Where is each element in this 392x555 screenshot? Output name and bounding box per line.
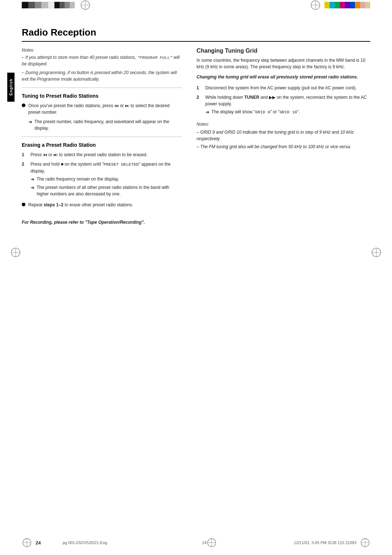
page-title: Radio Reception <box>22 23 370 38</box>
tuning-section: Tuning to Preset Radio Stations Once you… <box>22 93 182 131</box>
notes-label-right: Notes: <box>197 121 370 127</box>
bottom-right-info: 12/11/01, 5:05 PM 3139 115 21093 <box>217 540 356 545</box>
color-strip-right <box>324 2 370 8</box>
color-block <box>340 2 345 8</box>
right-column: Changing Tuning Grid In some countries, … <box>197 48 370 226</box>
tuning-arrow-1-text: The preset number, radio frequency, and … <box>34 118 182 131</box>
color-strip-left <box>22 2 75 8</box>
arrow-icon: ➜ <box>30 184 34 191</box>
crosshair-icon <box>310 0 321 11</box>
page-container: Radio Reception Notes: – If you attempt … <box>0 16 392 240</box>
erasing-step-2: 2 Press and hold ■ on the system until "… <box>22 161 182 199</box>
changing-note-2: – The FM tuning grid also will be change… <box>197 143 370 150</box>
changing-tuning-warning: Changing the tuning grid will erase all … <box>197 74 370 80</box>
color-block <box>41 2 48 8</box>
tuning-arrow-1: ➜ The preset number, radio frequency, an… <box>28 118 182 131</box>
recording-note-text: For Recording, please refer to "Tape Ope… <box>22 220 145 225</box>
notes-label: Notes: <box>22 48 182 53</box>
page-number: 24 <box>36 540 41 546</box>
section-divider <box>22 88 182 88</box>
color-block <box>60 2 65 8</box>
note2-text: – During programming, if no button is pr… <box>22 69 182 82</box>
section-divider-2 <box>22 137 182 137</box>
erasing-arrow-1: ➜ The radio frequency remain on the disp… <box>30 176 182 183</box>
step-2-text: Press and hold ■ on the system until "PR… <box>30 161 182 199</box>
erasing-arrow-2: ➜ The preset numbers of all other preset… <box>30 184 182 197</box>
changing-tuning-notes: Notes: – GRID 9 and GRID 10 indicate tha… <box>197 121 370 150</box>
left-column: Notes: – If you attempt to store more th… <box>22 48 182 226</box>
changing-step2-arrow-text: The display will show "GRID 9" or "GRID … <box>212 109 300 115</box>
bottom-bar: 24 pg 001-032/V520/21-Eng 24 12/11/01, 5… <box>0 538 392 548</box>
deco-left <box>0 0 131 10</box>
bullet-dot <box>22 104 25 107</box>
tuning-section-heading: Tuning to Preset Radio Stations <box>22 93 182 99</box>
changing-step-1: 1 Disconnect the system from the AC powe… <box>197 85 370 91</box>
color-block <box>48 2 54 8</box>
step-2-label: 2 <box>22 161 28 167</box>
changing-tuning-intro: In some countries, the frequency step be… <box>197 57 370 70</box>
step-1-text: Press ⏮ or ⏭ to select the preset radio … <box>30 151 182 158</box>
color-block <box>35 2 41 8</box>
step-2-label: 2 <box>197 94 203 101</box>
tuning-bullet-1-text: Once you've preset the radio stations, p… <box>28 102 182 116</box>
step-1-label: 1 <box>197 85 203 91</box>
changing-step-2: 2 While holding down TUNER and ▶▶ on the… <box>197 94 370 117</box>
color-block <box>324 2 330 8</box>
color-block <box>360 2 365 8</box>
color-block <box>70 2 75 8</box>
bottom-center-num: 24 <box>202 540 207 545</box>
changing-step2-arrow: ➜ The display will show "GRID 9" or "GRI… <box>205 109 370 116</box>
color-block <box>65 2 70 8</box>
tuning-bullet-1: Once you've preset the radio stations, p… <box>22 102 182 116</box>
recording-note: For Recording, please refer to "Tape Ope… <box>22 219 182 226</box>
bullet-dot <box>22 203 25 206</box>
crosshair-bottom-left <box>22 538 32 548</box>
note1-text: – If you attempt to store more than 40 p… <box>22 54 182 67</box>
crosshair-bottom-center <box>207 538 217 548</box>
crosshair-icon <box>80 0 91 11</box>
color-block <box>335 2 340 8</box>
color-block <box>350 2 355 8</box>
color-block <box>22 2 28 8</box>
erasing-section-heading: Erasing a Preset Radio Station <box>22 142 182 148</box>
changing-note-2-text: – The FM tuning grid also will be change… <box>197 144 351 149</box>
color-block <box>330 2 335 8</box>
step-1-label: 1 <box>22 151 28 158</box>
changing-note-1-text: – GRID 9 and GRID 10 indicate that the t… <box>197 130 354 141</box>
step-2-text: While holding down TUNER and ▶▶ on the s… <box>205 94 370 117</box>
changing-note-1: – GRID 9 and GRID 10 indicate that the t… <box>197 129 370 142</box>
color-block <box>365 2 370 8</box>
bottom-ref: pg 001-032/V520/21-Eng <box>62 540 202 545</box>
erasing-section: Erasing a Preset Radio Station 1 Press ⏮… <box>22 142 182 226</box>
arrow-icon: ➜ <box>205 109 209 116</box>
deco-right <box>261 0 392 10</box>
notes-section: Notes: – If you attempt to store more th… <box>22 48 182 82</box>
changing-tuning-section: Changing Tuning Grid In some countries, … <box>197 48 370 150</box>
title-divider <box>22 41 370 42</box>
crosshair-bottom-right <box>360 538 370 548</box>
step-1-text: Disconnect the system from the AC power … <box>205 85 370 91</box>
color-block <box>54 2 60 8</box>
crosshair-left <box>10 247 21 259</box>
arrow-icon: ➜ <box>30 176 34 183</box>
changing-tuning-heading: Changing Tuning Grid <box>197 48 370 54</box>
color-block <box>345 2 350 8</box>
erasing-repeat-text: Repeat steps 1–2 to erase other preset r… <box>28 202 182 208</box>
erasing-arrow-1-text: The radio frequency remain on the displa… <box>37 176 119 182</box>
erasing-arrow-2-text: The preset numbers of all other preset r… <box>37 184 182 197</box>
crosshair-right <box>371 247 382 259</box>
color-block <box>355 2 360 8</box>
erasing-step-1: 1 Press ⏮ or ⏭ to select the preset radi… <box>22 151 182 158</box>
arrow-icon: ➜ <box>28 118 32 126</box>
erasing-repeat-bullet: Repeat steps 1–2 to erase other preset r… <box>22 202 182 208</box>
main-content: Notes: – If you attempt to store more th… <box>22 48 370 226</box>
color-block <box>28 2 35 8</box>
top-decoration-bar <box>0 0 392 10</box>
